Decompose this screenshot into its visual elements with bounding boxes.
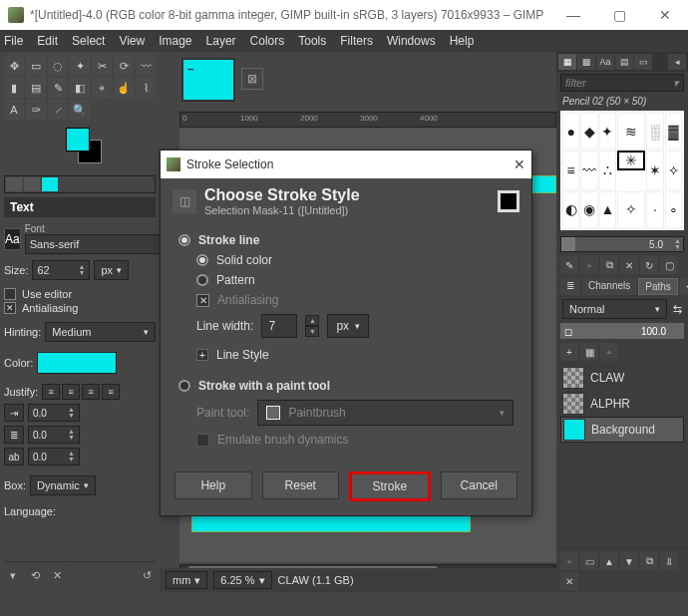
tool-crop[interactable]: ✂ (92, 56, 112, 76)
new-layer-icon[interactable]: ▫ (560, 552, 578, 570)
menu-help[interactable]: Help (450, 34, 475, 48)
layer-mode-select[interactable]: Normal▾ (562, 299, 667, 319)
dup-layer-icon[interactable]: ⧉ (640, 552, 658, 570)
tab-channels[interactable]: Channels (582, 278, 636, 295)
merge-layer-icon[interactable]: ⥥ (660, 552, 678, 570)
tool-eraser[interactable]: ◧ (70, 78, 90, 98)
brush-item[interactable]: ▲ (599, 191, 616, 228)
brush-item[interactable]: ◆ (580, 113, 597, 150)
layer-row[interactable]: Background (560, 417, 684, 443)
fg-color[interactable] (66, 128, 90, 152)
brush-item[interactable]: 〰 (580, 151, 597, 189)
layer-row[interactable]: ALPHR (560, 391, 684, 417)
brush-item[interactable]: ▓ (665, 113, 682, 150)
justify-center-icon[interactable]: ≡ (82, 384, 100, 400)
font-preview-icon[interactable]: Aa (4, 228, 21, 250)
justify-fill-icon[interactable]: ≡ (102, 384, 120, 400)
tool-fuzzy[interactable]: ✦ (70, 56, 90, 76)
brush-item[interactable]: ░ (646, 113, 663, 150)
indent-value-3[interactable]: 0.0▲▼ (28, 448, 80, 465)
menu-tools[interactable]: Tools (298, 34, 326, 48)
brush-item[interactable]: ∴ (599, 151, 616, 189)
tool-measure[interactable]: ⟋ (48, 100, 68, 120)
line-width-input[interactable]: 7 (261, 314, 297, 338)
justify-left-icon[interactable]: ≡ (42, 384, 60, 400)
brush-item[interactable]: · (646, 191, 663, 228)
tab-tool-options[interactable] (6, 177, 22, 191)
line-width-spinner[interactable]: ▲▼ (305, 315, 319, 337)
tool-warp[interactable]: 〰 (136, 56, 156, 76)
menu-view[interactable]: View (119, 34, 145, 48)
menu-select[interactable]: Select (72, 34, 105, 48)
tool-picker[interactable]: ✑ (26, 100, 46, 120)
lock-pixels-icon[interactable]: + (560, 343, 578, 361)
tool-bucket[interactable]: ▮ (4, 78, 24, 98)
size-input[interactable]: 62▲▼ (32, 260, 90, 280)
lock-position-icon[interactable]: ▫ (600, 343, 618, 361)
brush-item[interactable]: ◉ (580, 191, 597, 228)
minimize-button[interactable]: — (550, 0, 596, 30)
antialiasing-checkbox-dlg[interactable]: ✕ (196, 294, 209, 307)
box-select[interactable]: Dynamic▾ (30, 475, 96, 495)
antialiasing-checkbox[interactable]: ✕ (4, 302, 16, 314)
radio-pattern[interactable] (196, 274, 208, 286)
tab-paths[interactable]: Paths (638, 278, 678, 295)
radio-solid-color[interactable] (196, 254, 208, 266)
line-spacing-icon[interactable]: ≣ (4, 426, 24, 444)
cancel-button[interactable]: Cancel (441, 471, 518, 499)
layer-up-icon[interactable]: ▲ (600, 552, 618, 570)
tool-text[interactable]: A (4, 100, 24, 120)
paint-tool-select[interactable]: Paintbrush▾ (257, 400, 514, 426)
tool-zoom[interactable]: 🔍 (70, 100, 90, 120)
indent-value-2[interactable]: 0.0▲▼ (28, 426, 80, 444)
tab-device[interactable] (24, 177, 40, 191)
letter-spacing-icon[interactable]: ab (4, 448, 24, 465)
dock-menu-icon[interactable]: ◂ (668, 54, 686, 70)
unit-select[interactable]: mm▾ (166, 571, 207, 589)
zoom-select[interactable]: 6.25 %▾ (213, 571, 271, 589)
tab-colors[interactable] (42, 177, 58, 191)
image-tab-thumb[interactable] (181, 58, 235, 102)
new-brush-icon[interactable]: ▫ (580, 256, 598, 274)
dock-menu2-icon[interactable]: ◂ (680, 278, 688, 295)
brush-item[interactable]: ✶ (646, 151, 663, 189)
brush-item[interactable]: ≡ (562, 151, 579, 189)
use-editor-checkbox[interactable] (4, 288, 16, 300)
menu-image[interactable]: Image (159, 34, 191, 48)
refresh-brush-icon[interactable]: ↻ (640, 256, 658, 274)
dialog-close-icon[interactable]: ✕ (514, 156, 525, 172)
tab-images-icon[interactable]: ▭ (634, 54, 652, 70)
tool-rotate[interactable]: ⟳ (114, 56, 134, 76)
open-brush-icon[interactable]: ▢ (660, 256, 678, 274)
tool-clone[interactable]: ⌖ (92, 78, 112, 98)
maximize-button[interactable]: ▢ (596, 0, 642, 30)
tool-pencil[interactable]: ✎ (48, 78, 68, 98)
brush-filter-input[interactable]: filter▾ (560, 74, 684, 92)
delete-preset-icon[interactable]: ✕ (48, 566, 66, 584)
layer-down-icon[interactable]: ▼ (620, 552, 638, 570)
hinting-select[interactable]: Medium▾ (45, 322, 156, 342)
size-unit-select[interactable]: px▾ (94, 260, 129, 280)
tool-move[interactable]: ✥ (4, 56, 24, 76)
line-width-unit-select[interactable]: px▾ (327, 314, 369, 338)
indent-first-icon[interactable]: ⇥ (4, 404, 24, 422)
tool-rect-select[interactable]: ▭ (26, 56, 46, 76)
emulate-dynamics-checkbox[interactable] (196, 434, 209, 447)
tool-free-select[interactable]: ◌ (48, 56, 68, 76)
close-button[interactable]: ✕ (642, 0, 688, 30)
menu-windows[interactable]: Windows (387, 34, 436, 48)
justify-right-icon[interactable]: ≡ (62, 384, 80, 400)
menu-filters[interactable]: Filters (340, 34, 373, 48)
text-color-preview[interactable] (37, 352, 117, 374)
tab-brushes-icon[interactable]: ▦ (558, 54, 576, 70)
save-preset-icon[interactable]: ▾ (4, 566, 22, 584)
tool-gradient[interactable]: ▤ (26, 78, 46, 98)
image-tab-close[interactable]: ⊠ (241, 68, 263, 90)
brush-item[interactable]: ✦ (599, 113, 616, 150)
brush-item[interactable]: ✧ (617, 191, 645, 228)
layer-opacity-slider[interactable]: ◻100.0 (560, 323, 684, 339)
del-brush-icon[interactable]: ✕ (620, 256, 638, 274)
restore-icon[interactable]: ⟲ (26, 566, 44, 584)
tool-path[interactable]: ⌇ (136, 78, 156, 98)
tab-layers-icon[interactable]: ≣ (560, 278, 580, 295)
